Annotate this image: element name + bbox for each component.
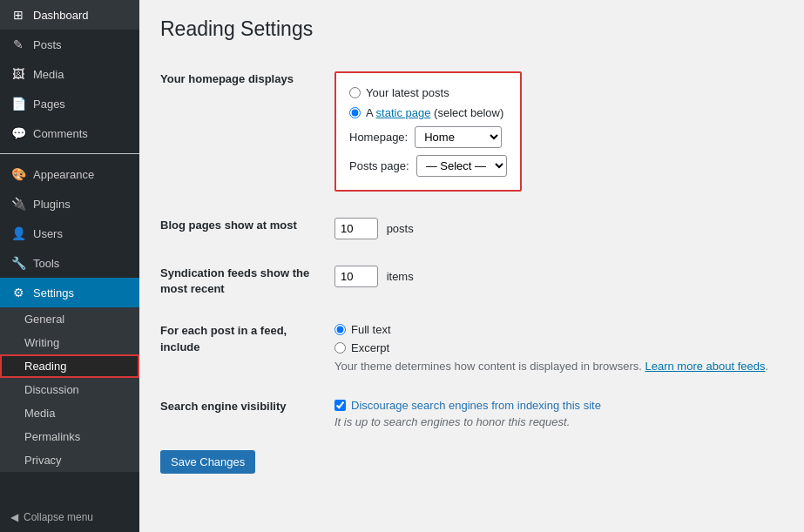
full-text-option: Full text [334,323,783,336]
static-page-label: A static page (select below) [366,106,503,119]
blog-pages-input[interactable] [334,218,378,239]
sidebar-item-media[interactable]: 🖼 Media [0,59,139,89]
sidebar-item-label: Users [33,227,63,240]
sidebar-item-posts[interactable]: ✎ Posts [0,30,139,59]
sidebar-item-settings[interactable]: ⚙ Settings [0,278,139,307]
excerpt-radio[interactable] [334,342,346,354]
search-visibility-field: Discourage search engines from indexing … [334,386,783,441]
submenu-privacy[interactable]: Privacy [0,448,139,472]
sidebar-item-dashboard[interactable]: ⊞ Dashboard [0,0,139,30]
latest-posts-label: Your latest posts [366,86,449,99]
posts-icon: ✎ [10,37,26,52]
page-title: Reading Settings [160,17,783,41]
homepage-select[interactable]: Home About Contact [415,126,502,148]
blog-pages-field: posts [334,205,783,253]
excerpt-option: Excerpt [334,341,783,354]
sidebar-item-comments[interactable]: 💬 Comments [0,118,139,148]
static-page-row: A static page (select below) [349,106,507,119]
sidebar: ⊞ Dashboard ✎ Posts 🖼 Media 📄 Pages 💬 Co… [0,0,139,532]
pages-icon: 📄 [10,96,26,111]
homepage-displays-row: Your homepage displays Your latest posts… [160,58,783,205]
search-visibility-note: It is up to search engines to honor this… [334,415,783,428]
syndication-suffix: items [387,270,414,283]
posts-page-select-row: Posts page: — Select — Blog News [349,155,507,177]
tools-icon: 🔧 [10,255,26,271]
blog-pages-label: Blog pages show at most [160,205,334,253]
syndication-label: Syndication feeds show the most recent [160,253,334,310]
submenu-general[interactable]: General [0,307,139,331]
feed-include-label: For each post in a feed, include [160,310,334,386]
posts-page-select[interactable]: — Select — Blog News [416,155,507,177]
homepage-box: Your latest posts A static page (select … [334,71,522,192]
discourage-label: Discourage search engines from indexing … [351,399,601,412]
media-icon: 🖼 [10,66,26,82]
users-icon: 👤 [10,226,26,241]
main-content: Reading Settings Your homepage displays … [139,0,804,532]
sidebar-item-label: Settings [33,286,74,300]
homepage-displays-label: Your homepage displays [160,58,334,205]
submenu-writing[interactable]: Writing [0,331,139,354]
syndication-input[interactable] [334,266,378,287]
full-text-radio[interactable] [334,324,346,335]
appearance-icon: 🎨 [10,166,26,182]
sidebar-item-label: Tools [33,257,59,270]
learn-more-link[interactable]: Learn more about feeds [645,360,766,373]
latest-posts-radio[interactable] [349,87,361,98]
sidebar-item-appearance[interactable]: 🎨 Appearance [0,159,139,189]
sidebar-item-label: Pages [33,98,65,111]
sidebar-item-users[interactable]: 👤 Users [0,219,139,248]
discourage-checkbox[interactable] [334,400,346,411]
search-visibility-checkbox-row: Discourage search engines from indexing … [334,399,783,412]
static-page-link[interactable]: static page [376,106,431,119]
sidebar-item-label: Media [33,68,64,81]
feed-include-row: For each post in a feed, include Full te… [160,310,783,386]
homepage-select-row: Homepage: Home About Contact [349,126,507,148]
full-text-label: Full text [351,323,391,336]
syndication-field: items [334,253,783,310]
blog-pages-suffix: posts [387,222,414,235]
plugins-icon: 🔌 [10,196,26,212]
static-page-radio[interactable] [349,107,361,118]
blog-pages-row: Blog pages show at most posts [160,205,783,253]
submenu-media-sub[interactable]: Media [0,401,139,425]
excerpt-label: Excerpt [351,341,389,354]
homepage-select-label: Homepage: [349,131,408,144]
submenu-discussion[interactable]: Discussion [0,378,139,401]
feed-include-field: Full text Excerpt Your theme determines … [334,310,783,386]
syndication-row: Syndication feeds show the most recent i… [160,253,783,310]
sidebar-item-label: Appearance [33,168,94,181]
submenu-permalinks[interactable]: Permalinks [0,425,139,448]
sidebar-item-tools[interactable]: 🔧 Tools [0,248,139,278]
sidebar-item-pages[interactable]: 📄 Pages [0,89,139,118]
feed-description: Your theme determines how content is dis… [334,360,783,373]
settings-submenu: General Writing Reading Discussion Media… [0,307,139,472]
homepage-displays-field: Your latest posts A static page (select … [334,58,783,205]
dashboard-icon: ⊞ [10,7,26,23]
collapse-menu-button[interactable]: ◀ Collapse menu [0,502,139,532]
search-visibility-label: Search engine visibility [160,386,334,441]
settings-form: Your homepage displays Your latest posts… [160,58,783,441]
submenu-reading[interactable]: Reading [0,354,139,378]
posts-page-label: Posts page: [349,159,409,172]
sidebar-item-label: Comments [33,127,88,140]
collapse-icon: ◀ [10,511,18,523]
sidebar-item-plugins[interactable]: 🔌 Plugins [0,189,139,219]
save-changes-button[interactable]: Save Changes [160,450,255,474]
collapse-label: Collapse menu [24,511,93,523]
settings-icon: ⚙ [10,285,26,300]
comments-icon: 💬 [10,125,26,141]
latest-posts-row: Your latest posts [349,86,507,99]
sidebar-item-label: Posts [33,38,62,51]
sidebar-item-label: Dashboard [33,9,89,22]
sidebar-item-label: Plugins [33,198,71,211]
search-visibility-row: Search engine visibility Discourage sear… [160,386,783,441]
